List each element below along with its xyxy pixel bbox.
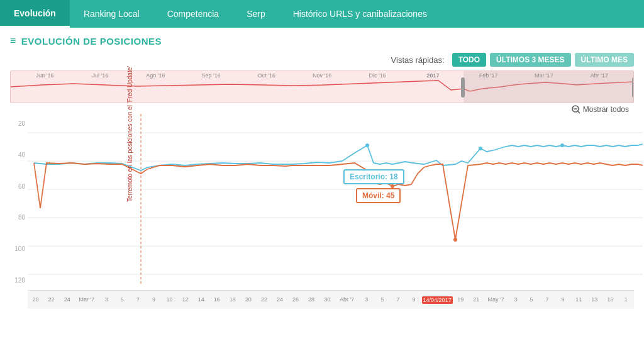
svg-line-6 [578,111,580,113]
tooltip-movil: Móvil: 45 [356,188,401,203]
main-chart-svg [28,114,643,293]
tab-ranking-local[interactable]: Ranking Local [70,0,153,28]
quick-views: Vistas rápidas: TODO ÚLTIMOS 3 MESES ÚLT… [10,53,634,67]
nav-tabs: Evolución Ranking Local Competencia Serp… [0,0,644,28]
tab-historico[interactable]: Histórico URLS y canibalizaciones [279,0,441,28]
date-highlight: 14/04/2017 [422,296,453,304]
btn-ultimomes[interactable]: ÚLTIMO MES [575,53,634,67]
main-content: ≡ EVOLUCIÓN DE POSICIONES Vistas rápidas… [0,28,644,309]
list-icon: ≡ [10,35,16,47]
svg-rect-3 [632,77,633,98]
tab-competencia[interactable]: Competencia [153,0,233,28]
svg-point-14 [365,143,369,147]
zoom-out-icon [572,105,580,114]
x-axis-bar: 20 22 24 Mar '7 3 5 7 9 10 12 14 16 18 2… [28,290,634,309]
mini-chart-x-labels: Jun '16 Jul '16 Ago '16 Sep '16 Oct '16 … [11,72,633,79]
tooltip-escritorio: Escritorio: 18 [343,169,404,184]
svg-rect-2 [461,77,465,98]
btn-todo[interactable]: TODO [452,53,486,67]
mini-overview-chart: Jun '16 Jul '16 Ago '16 Sep '16 Oct '16 … [10,70,634,103]
quick-views-label: Vistas rápidas: [391,55,445,65]
section-title: ≡ EVOLUCIÓN DE POSICIONES [10,35,634,47]
mostrar-todos-btn[interactable]: Mostrar todos [10,103,634,114]
chart-wrapper: 20 40 60 80 100 120 [10,114,634,309]
x-labels-container: 20 22 24 Mar '7 3 5 7 9 10 12 14 16 18 2… [28,296,634,304]
svg-point-18 [453,238,457,242]
tab-evolucion[interactable]: Evolución [0,0,70,28]
tab-serp[interactable]: Serp [233,0,279,28]
svg-point-15 [479,147,482,150]
svg-point-16 [560,143,564,147]
y-axis: 20 40 60 80 100 120 [10,114,28,290]
btn-ultimos3[interactable]: ÚLTIMOS 3 MESES [490,53,570,67]
